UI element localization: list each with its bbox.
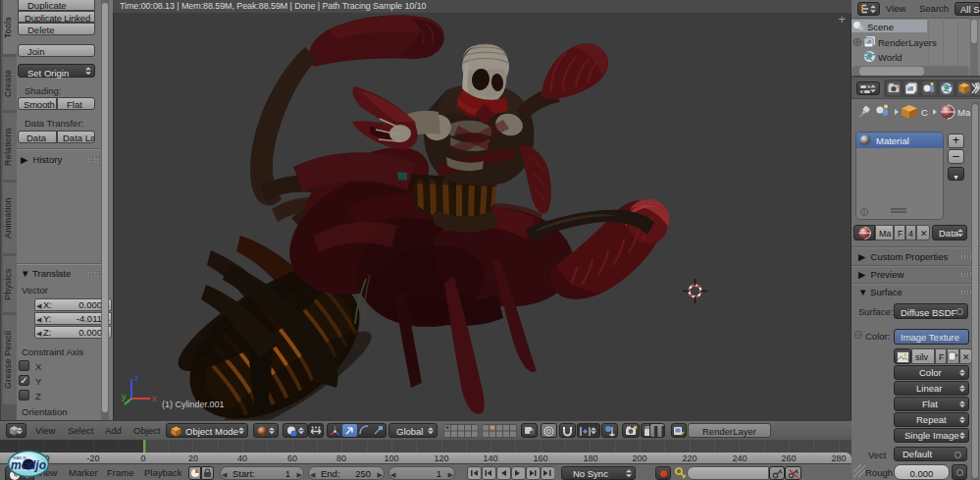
svg-text:y: y (122, 392, 127, 401)
svg-text:z: z (134, 373, 139, 383)
svg-text:C: C (921, 107, 928, 118)
svg-text:Ma: Ma (957, 107, 971, 118)
svg-text:modjo: modjo (11, 458, 46, 472)
svg-text:x: x (152, 394, 157, 403)
